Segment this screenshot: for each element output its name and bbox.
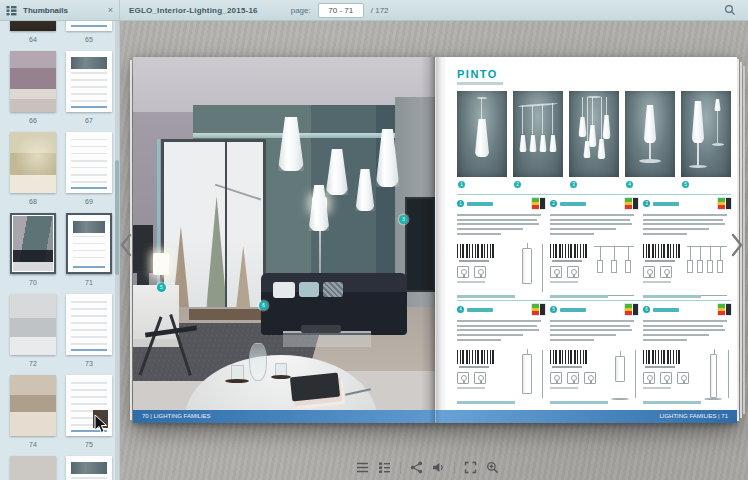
thumbnail-page-71-selected[interactable] <box>66 213 112 274</box>
thumbnail-page-70-selected[interactable] <box>10 213 56 274</box>
photo-beam <box>193 133 408 138</box>
photo-window-mullion <box>225 142 227 316</box>
thumb-image-strip <box>71 57 107 69</box>
sidebar-scrollbar-track[interactable] <box>115 20 119 480</box>
next-page-chevron-icon[interactable] <box>729 232 745 258</box>
close-thumbnails-icon[interactable]: × <box>108 6 113 15</box>
bulb-icon <box>584 372 596 384</box>
photo-number-dot: 4 <box>626 181 633 188</box>
txt <box>643 334 709 336</box>
txt <box>457 228 523 230</box>
thumbnail-page-76[interactable] <box>10 456 56 480</box>
product-photo-pendant[interactable] <box>457 91 507 177</box>
lamp-outline <box>625 260 631 273</box>
product-number-badge: 4 <box>457 306 464 313</box>
txt <box>643 214 727 216</box>
product-spec-block: 5 <box>550 306 638 404</box>
thumbnail-row: 66 67 <box>0 51 116 126</box>
thumbnail-page-75[interactable] <box>66 375 112 436</box>
left-page-photo[interactable]: 5 6 3 70 | LIGHTING FAMILIES <box>133 57 435 423</box>
bulb-icon <box>550 372 562 384</box>
product-number-badge: 5 <box>550 306 557 313</box>
right-page-catalog[interactable]: PINTO <box>435 57 737 423</box>
bulb-icon <box>643 266 655 278</box>
product-photo-cluster-pendant[interactable] <box>569 91 619 177</box>
lamp-shape <box>712 143 724 146</box>
thumbnail-view-icon[interactable] <box>378 461 391 474</box>
thumbnail-label: 71 <box>85 276 93 288</box>
thumbnail-page-77[interactable] <box>66 456 112 480</box>
lamp-outline <box>615 356 625 382</box>
lamp-shape <box>552 103 553 134</box>
lamp-shape <box>639 159 661 163</box>
txt <box>457 325 537 327</box>
product-photo-table-lamp[interactable] <box>625 91 675 177</box>
photo-tablet <box>290 373 340 402</box>
share-icon[interactable] <box>410 461 423 474</box>
thumbnail-row: 64 65 <box>0 20 116 45</box>
product-photo-floor-lamp[interactable] <box>681 91 731 177</box>
lamp-shape <box>477 97 487 99</box>
txt <box>550 233 594 235</box>
photo-number-dot: 1 <box>458 181 465 188</box>
product-hotspot[interactable]: 5 <box>157 283 166 292</box>
top-toolbar: Thumbnails × EGLO_Interior-Lighting_2015… <box>0 0 748 21</box>
fullscreen-icon[interactable] <box>464 461 477 474</box>
thumbnail-page-66[interactable] <box>10 51 56 112</box>
sidebar-scrollbar-thumb[interactable] <box>115 160 119 275</box>
barcode-number <box>645 260 675 262</box>
product-hotspot[interactable]: 6 <box>259 301 268 310</box>
audio-icon[interactable] <box>432 461 445 474</box>
thumbnail-cell: 65 <box>66 20 112 45</box>
page-input[interactable] <box>318 3 364 18</box>
photo-pillow <box>273 282 295 298</box>
product-hotspot[interactable]: 3 <box>399 215 408 224</box>
product-number-badge: 2 <box>550 200 557 207</box>
energy-label-icon <box>625 198 638 209</box>
thumbnail-cell: 66 <box>10 51 56 126</box>
document-toolbar: EGLO_Interior-Lighting_2015-16 page: / 1… <box>121 0 748 20</box>
thumbnail-row: 76 77 <box>0 456 116 480</box>
previous-page-chevron-icon[interactable] <box>118 232 134 258</box>
thumbnail-page-65[interactable] <box>66 20 112 31</box>
bulb-icon <box>474 372 486 384</box>
thumbnail-page-74[interactable] <box>10 375 56 436</box>
spec-text-lines <box>550 317 638 341</box>
icon-caption-text <box>457 281 485 283</box>
search-icon[interactable] <box>724 4 736 16</box>
thumbnail-label: 67 <box>85 114 93 126</box>
divider-rule <box>457 300 731 301</box>
bulb-icon <box>660 372 672 384</box>
product-code-text <box>653 202 679 206</box>
lamp-shape <box>532 105 533 134</box>
lamp-shape <box>592 97 593 125</box>
product-photo-linear-pendant[interactable] <box>513 91 563 177</box>
barcode <box>550 244 588 258</box>
zoom-in-icon[interactable] <box>486 461 499 474</box>
dimension-drawing <box>606 348 636 402</box>
photo-table-lamp <box>153 253 169 275</box>
thumbnail-label: 70 <box>29 276 37 288</box>
page-total: / 172 <box>371 6 389 15</box>
thumbnail-page-68[interactable] <box>10 132 56 193</box>
thumbnail-label: 72 <box>29 357 37 369</box>
thumbnail-page-69[interactable] <box>66 132 112 193</box>
thumbnail-page-67[interactable] <box>66 51 112 112</box>
order-code-text <box>457 295 515 298</box>
thumbnails-panel-title: Thumbnails <box>23 6 68 15</box>
thumbnail-cell: 76 <box>10 456 56 480</box>
thumbnail-page-72[interactable] <box>10 294 56 355</box>
book-spread: 5 6 3 70 | LIGHTING FAMILIES PINTO <box>133 57 737 423</box>
thumbnail-label: 64 <box>29 33 37 45</box>
lamp-shape <box>714 99 721 111</box>
thumbnail-page-73[interactable] <box>66 294 112 355</box>
thumbnail-page-64[interactable] <box>10 20 56 31</box>
lamp-shape <box>601 97 602 139</box>
photo-pillow <box>299 282 319 297</box>
divider-rule <box>457 194 731 195</box>
product-spec-block: 6 <box>643 306 731 404</box>
thumbnail-label: 74 <box>29 438 37 450</box>
index-list-icon[interactable] <box>356 461 369 474</box>
barcode <box>457 350 495 364</box>
lamp-shape <box>689 165 707 168</box>
